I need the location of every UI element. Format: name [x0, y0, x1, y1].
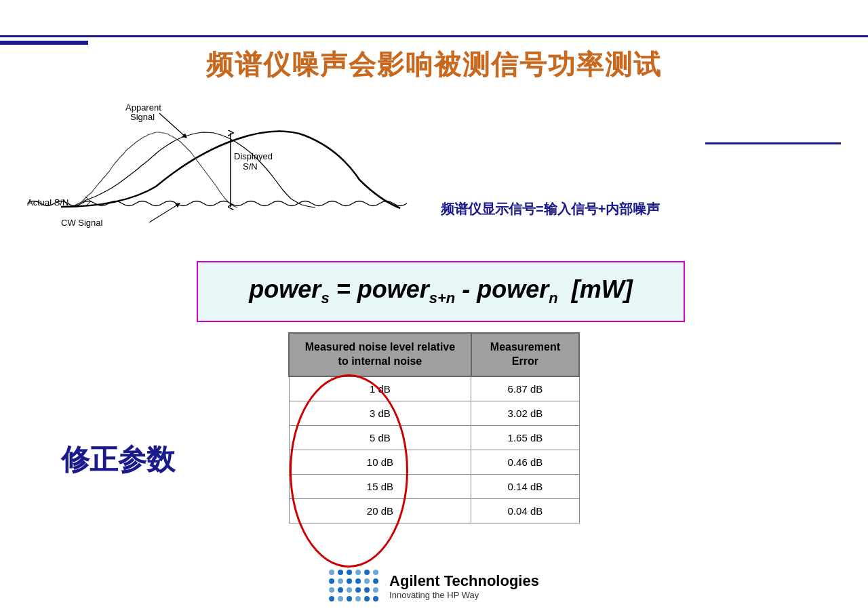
table-header-col1: Measured noise level relative to interna… [289, 333, 471, 376]
dot [329, 596, 334, 601]
dot [355, 587, 361, 593]
zh-annotation: 频谱仪显示信号=输入信号+内部噪声 [441, 200, 660, 218]
svg-text:Actual S/N: Actual S/N [27, 197, 68, 207]
top-decorative-line [0, 35, 868, 37]
accent-line [705, 142, 841, 144]
table-cell-col2: 6.87 dB [471, 376, 579, 401]
dot [373, 596, 378, 601]
svg-line-1 [159, 113, 186, 138]
dot [338, 587, 343, 593]
dot [364, 570, 370, 575]
measurement-table: Measured noise level relative to interna… [288, 332, 580, 523]
formula-text: powers = powers+n - powern [mW] [249, 275, 632, 307]
dot [347, 578, 352, 584]
dot [364, 596, 370, 601]
table-cell-col1: 5 dB [289, 425, 471, 450]
svg-line-2 [149, 203, 180, 222]
dot [347, 596, 352, 601]
svg-text:Signal: Signal [130, 112, 155, 122]
top-short-line [0, 41, 88, 45]
agilent-tagline: Innovating the HP Way [389, 590, 539, 600]
dot [338, 570, 343, 575]
svg-text:Apparent: Apparent [125, 102, 161, 113]
table-cell-col1: 1 dB [289, 376, 471, 401]
svg-text:CW Signal: CW Signal [61, 218, 103, 228]
table-row: 3 dB3.02 dB [289, 401, 579, 425]
dot [373, 587, 378, 593]
svg-text:S/N: S/N [243, 161, 258, 172]
table-cell-col2: 0.14 dB [471, 474, 579, 498]
dot [329, 570, 334, 575]
agilent-logo-area: Agilent Technologies Innovating the HP W… [329, 570, 539, 603]
correction-label: 修正参数 [61, 441, 175, 479]
table-cell-col2: 0.46 dB [471, 450, 579, 474]
table-row: 10 dB0.46 dB [289, 450, 579, 474]
table-cell-col1: 3 dB [289, 401, 471, 425]
dot [329, 587, 334, 593]
table-cell-col2: 0.04 dB [471, 498, 579, 523]
dot [347, 570, 352, 575]
dot [355, 570, 361, 575]
agilent-brand: Agilent Technologies [389, 572, 539, 590]
table-row: 20 dB0.04 dB [289, 498, 579, 523]
dot [338, 596, 343, 601]
formula-box: powers = powers+n - powern [mW] [197, 261, 685, 322]
table-cell-col1: 10 dB [289, 450, 471, 474]
signal-diagram: Apparent Signal Displayed S/N Actual S/N… [20, 98, 420, 261]
table-cell-col1: 15 dB [289, 474, 471, 498]
dot [373, 578, 378, 584]
dot [364, 587, 370, 593]
page-title: 频谱仪噪声会影响被测信号功率测试 [0, 46, 868, 83]
table-row: 1 dB6.87 dB [289, 376, 579, 401]
dot [347, 587, 352, 593]
table-row: 15 dB0.14 dB [289, 474, 579, 498]
agilent-text: Agilent Technologies Innovating the HP W… [389, 572, 539, 600]
table-cell-col2: 1.65 dB [471, 425, 579, 450]
dot [373, 570, 378, 575]
agilent-dots [329, 570, 380, 603]
dot [355, 578, 361, 584]
table-cell-col2: 3.02 dB [471, 401, 579, 425]
table-header-col2: Measurement Error [471, 333, 579, 376]
dot [338, 578, 343, 584]
svg-text:Displayed: Displayed [234, 151, 273, 161]
dot [364, 578, 370, 584]
dot [329, 578, 334, 584]
table-row: 5 dB1.65 dB [289, 425, 579, 450]
dot [355, 596, 361, 601]
table-cell-col1: 20 dB [289, 498, 471, 523]
